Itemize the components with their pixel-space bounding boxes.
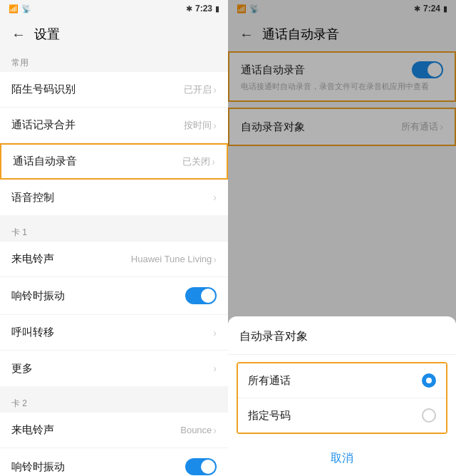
voice-control-item[interactable]: 语音控制 › [0, 180, 228, 215]
ringtone1-chevron: › [213, 254, 217, 265]
left-time: 7:23 [195, 4, 212, 14]
vibrate2-item[interactable]: 响铃时振动 [0, 448, 228, 476]
specific-number-radio[interactable] [422, 408, 436, 423]
left-page-title: 设置 [34, 26, 60, 43]
bottom-sheet-title: 自动录音对象 [228, 316, 456, 355]
ringtone1-label: 来电铃声 [11, 252, 54, 266]
left-status-right: ✱ 7:23 ▮ [186, 4, 219, 14]
all-calls-label: 所有通话 [248, 374, 291, 388]
ringtone1-item[interactable]: 来电铃声 Huawei Tune Living › [0, 242, 228, 277]
vibrate1-item[interactable]: 响铃时振动 [0, 277, 228, 315]
vibrate2-label: 响铃时振动 [11, 460, 65, 474]
caller-id-chevron: › [213, 84, 217, 95]
caller-id-value: 已开启 › [184, 83, 217, 96]
ringtone2-chevron: › [213, 425, 217, 436]
section-label-card2: 卡 2 [0, 392, 228, 413]
battery-icon: ▮ [215, 4, 219, 14]
section-label-card1: 卡 1 [0, 221, 228, 242]
signal-icon: 📡 [21, 4, 31, 14]
auto-record-item[interactable]: 通话自动录音 已关闭 › [0, 143, 228, 180]
call-merge-value: 按时间 › [184, 119, 217, 132]
vibrate1-toggle[interactable] [185, 287, 217, 304]
left-status-bar: 📶 📡 ✱ 7:23 ▮ [0, 0, 228, 17]
voice-control-value: › [213, 192, 217, 203]
auto-record-label: 通话自动录音 [13, 155, 77, 168]
vibrate1-label: 响铃时振动 [11, 289, 65, 303]
caller-id-label: 陌生号码识别 [11, 83, 76, 96]
forward1-chevron: › [213, 327, 217, 338]
specific-number-option[interactable]: 指定号码 [238, 398, 446, 433]
more1-item[interactable]: 更多 › [0, 351, 228, 386]
wifi-icon: 📶 [9, 4, 19, 14]
more1-chevron-wrap: › [213, 363, 217, 374]
forward1-label: 呼叫转移 [11, 326, 54, 339]
call-merge-chevron: › [213, 120, 217, 131]
ringtone2-item[interactable]: 来电铃声 Bounce › [0, 413, 228, 448]
vibrate2-toggle[interactable] [185, 458, 217, 475]
card2-group: 来电铃声 Bounce › 响铃时振动 呼叫转移 › 更多 › [0, 413, 228, 476]
more1-chevron: › [213, 363, 217, 374]
auto-record-chevron: › [212, 156, 215, 167]
card1-group: 来电铃声 Huawei Tune Living › 响铃时振动 呼叫转移 › 更… [0, 242, 228, 386]
bottom-sheet-overlay[interactable]: 自动录音对象 所有通话 指定号码 取消 [228, 0, 456, 476]
voice-control-chevron: › [213, 192, 217, 203]
forward1-item[interactable]: 呼叫转移 › [0, 315, 228, 351]
left-panel: 📶 📡 ✱ 7:23 ▮ ← 设置 常用 陌生号码识别 已开启 › 通话记录合并 [0, 0, 228, 476]
all-calls-option[interactable]: 所有通话 [238, 363, 446, 398]
common-group: 陌生号码识别 已开启 › 通话记录合并 按时间 › 通话自动录音 已关闭 › [0, 72, 228, 215]
left-status-left: 📶 📡 [9, 4, 31, 14]
auto-record-value: 已关闭 › [182, 155, 215, 168]
cancel-button[interactable]: 取消 [228, 441, 456, 476]
bottom-sheet-options: 所有通话 指定号码 [237, 362, 447, 434]
ringtone2-value: Bounce › [180, 425, 217, 436]
right-panel: 📶 📡 ✱ 7:24 ▮ ← 通话自动录音 通话自动录音 电话接通时自动录音，录… [228, 0, 456, 476]
ringtone2-label: 来电铃声 [11, 423, 54, 437]
caller-id-item[interactable]: 陌生号码识别 已开启 › [0, 72, 228, 108]
ringtone1-value: Huawei Tune Living › [131, 254, 217, 265]
all-calls-radio[interactable] [422, 373, 436, 388]
left-back-button[interactable]: ← [11, 26, 26, 43]
specific-number-label: 指定号码 [248, 409, 291, 423]
left-settings-list: 常用 陌生号码识别 已开启 › 通话记录合并 按时间 › 通话自动录音 已关 [0, 51, 228, 476]
section-label-common: 常用 [0, 51, 228, 72]
call-merge-label: 通话记录合并 [11, 118, 76, 132]
voice-control-label: 语音控制 [11, 191, 54, 205]
bottom-sheet: 自动录音对象 所有通话 指定号码 取消 [228, 316, 456, 476]
call-merge-item[interactable]: 通话记录合并 按时间 › [0, 108, 228, 143]
bluetooth-icon: ✱ [186, 4, 192, 14]
left-header: ← 设置 [0, 17, 228, 51]
more1-label: 更多 [11, 362, 33, 376]
forward1-chevron-wrap: › [213, 327, 217, 338]
